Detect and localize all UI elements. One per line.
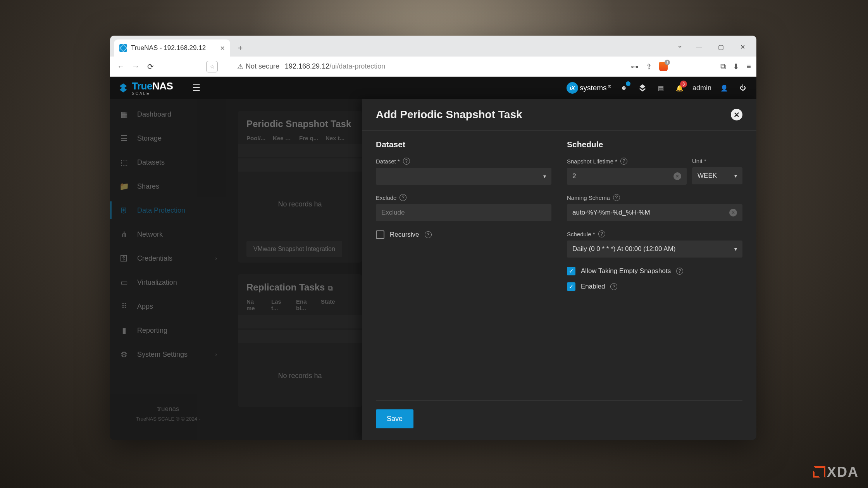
sidebar-item-data-protection[interactable]: ⛨Data Protection: [110, 198, 226, 222]
naming-schema-input[interactable]: auto-%Y-%m-%d_%H-%M✕: [567, 204, 742, 221]
enabled-checkbox[interactable]: [567, 282, 575, 291]
sidebar-item-network[interactable]: ⋔Network: [110, 222, 226, 246]
naming-schema-field: Naming Schema? auto-%Y-%m-%d_%H-%M✕: [567, 194, 742, 221]
sidebar: ▦Dashboard ☰Storage ⬚Datasets 📁Shares ⛨D…: [110, 99, 226, 440]
key-icon[interactable]: ⊶: [631, 62, 639, 71]
save-button[interactable]: Save: [376, 409, 413, 428]
allow-empty-checkbox[interactable]: [567, 267, 575, 275]
chevron-right-icon: ›: [215, 351, 217, 357]
external-link-icon[interactable]: ⧉: [328, 284, 333, 292]
reload-button[interactable]: ⟳: [145, 61, 156, 72]
clear-icon[interactable]: ✕: [729, 209, 737, 217]
empty-message: No records ha: [238, 173, 362, 235]
url-text: 192.168.29.12/ui/data-protection: [285, 62, 385, 70]
help-icon[interactable]: ?: [400, 194, 406, 201]
ixsystems-logo[interactable]: iX systems®: [567, 82, 611, 94]
recursive-label: Recursive: [390, 231, 419, 239]
sidebar-item-reporting[interactable]: ▮Reporting: [110, 318, 226, 342]
alerts-icon[interactable]: 🔔3: [674, 82, 685, 94]
add-snapshot-task-panel: Add Periodic Snapshot Task ✕ Dataset Dat…: [362, 99, 756, 440]
help-icon[interactable]: ?: [613, 194, 620, 201]
truenas-app: TrueNAS SCALE ☰ iX systems® ☻ ▤ 🔔3 admin…: [110, 77, 756, 440]
shield-badge: 1: [665, 60, 670, 65]
updates-icon[interactable]: [637, 82, 648, 94]
shield-icon[interactable]: 1: [659, 62, 668, 71]
help-icon[interactable]: ?: [620, 158, 627, 165]
lifetime-input[interactable]: 2✕: [567, 168, 687, 185]
address-bar[interactable]: ⚠ Not secure 192.168.29.12/ui/data-prote…: [222, 62, 627, 71]
maximize-button[interactable]: ▢: [711, 40, 731, 54]
exclude-input[interactable]: Exclude: [376, 204, 551, 221]
dashboard-icon: ▦: [119, 110, 129, 119]
sidebar-item-shares[interactable]: 📁Shares: [110, 174, 226, 198]
schedule-select[interactable]: Daily (0 0 * * *) At 00:00 (12:00 AM): [567, 241, 742, 258]
close-panel-button[interactable]: ✕: [731, 109, 742, 120]
chart-icon: ▮: [119, 326, 129, 335]
downloads-icon[interactable]: ⬇: [733, 62, 739, 71]
recursive-checkbox[interactable]: [376, 230, 384, 239]
tabs-dropdown-icon[interactable]: ⌄: [677, 41, 683, 50]
help-icon[interactable]: ?: [610, 283, 617, 290]
sidebar-item-dashboard[interactable]: ▦Dashboard: [110, 102, 226, 126]
datasets-icon: ⬚: [119, 158, 129, 167]
tasks-icon[interactable]: ▤: [655, 82, 667, 94]
status-icon[interactable]: ☻: [618, 82, 630, 94]
table-header: Pool/... Kee p... Fre q... Nex t...: [238, 135, 362, 144]
browser-window: TrueNAS - 192.168.29.12 × + ⌄ — ▢ ✕ ← → …: [110, 36, 756, 440]
clear-icon[interactable]: ✕: [673, 172, 681, 180]
tab-title: TrueNAS - 192.168.29.12: [131, 44, 206, 52]
close-window-button[interactable]: ✕: [732, 40, 753, 54]
back-button[interactable]: ←: [115, 61, 126, 72]
forward-button[interactable]: →: [130, 61, 141, 72]
app-body: ▦Dashboard ☰Storage ⬚Datasets 📁Shares ⛨D…: [110, 99, 756, 440]
sidebar-footer: truenas TrueNAS SCALE ® © 2024 -: [110, 405, 226, 422]
panel-title: Add Periodic Snapshot Task: [376, 108, 522, 121]
sidebar-item-storage[interactable]: ☰Storage: [110, 126, 226, 150]
truenas-logo[interactable]: TrueNAS SCALE: [118, 80, 173, 96]
copyright: TrueNAS SCALE ® © 2024 -: [110, 416, 226, 422]
sidebar-item-credentials[interactable]: ⚿Credentials›: [110, 246, 226, 270]
header-right: iX systems® ☻ ▤ 🔔3 admin 👤 ⏻: [567, 82, 749, 94]
warning-icon: ⚠: [237, 62, 243, 71]
window-controls: — ▢ ✕: [689, 40, 753, 54]
new-tab-button[interactable]: +: [233, 41, 247, 55]
extensions-icon[interactable]: ⧉: [720, 62, 726, 71]
browser-tab[interactable]: TrueNAS - 192.168.29.12 ×: [114, 40, 230, 57]
table-header: Na me Las t... Ena bl... State: [238, 298, 362, 315]
close-tab-icon[interactable]: ×: [220, 44, 225, 53]
dataset-select[interactable]: [376, 168, 551, 185]
section-heading: Dataset: [376, 140, 551, 149]
sidebar-item-apps[interactable]: ⠿Apps: [110, 294, 226, 318]
help-icon[interactable]: ?: [676, 268, 683, 275]
sidebar-item-system-settings[interactable]: ⚙System Settings›: [110, 342, 226, 366]
panel-footer: Save: [362, 400, 756, 440]
menu-icon[interactable]: ≡: [746, 62, 751, 71]
empty-message: No records ha: [238, 345, 362, 407]
allow-empty-checkbox-row: Allow Taking Empty Snapshots ?: [567, 267, 742, 275]
user-avatar-icon[interactable]: 👤: [718, 82, 730, 94]
network-icon: ⋔: [119, 230, 129, 239]
help-icon[interactable]: ?: [403, 158, 410, 165]
help-icon[interactable]: ?: [598, 230, 605, 237]
unit-select[interactable]: WEEK: [692, 167, 742, 184]
share-icon[interactable]: ⇪: [646, 62, 652, 71]
recursive-checkbox-row: Recursive ?: [376, 230, 551, 239]
replication-tasks-card: Replication Tasks⧉ Na me Las t... Ena bl…: [238, 274, 362, 407]
xda-logo-icon: [814, 466, 825, 478]
laptop-icon: ▭: [119, 278, 129, 287]
status-dot-icon: [626, 81, 630, 86]
card-title: Replication Tasks⧉: [238, 274, 362, 298]
bookmark-icon[interactable]: ☆: [206, 61, 218, 72]
security-indicator[interactable]: ⚠ Not secure: [237, 62, 279, 71]
minimize-button[interactable]: —: [689, 40, 709, 54]
card-title: Periodic Snapshot Task: [238, 111, 362, 135]
panel-header: Add Periodic Snapshot Task ✕: [362, 99, 756, 130]
xda-watermark: XDA: [813, 464, 859, 480]
sidebar-item-datasets[interactable]: ⬚Datasets: [110, 150, 226, 174]
sidebar-item-virtualization[interactable]: ▭Virtualization: [110, 270, 226, 294]
vmware-integration-button[interactable]: VMware Snapshot Integration: [246, 241, 342, 257]
help-icon[interactable]: ?: [425, 231, 432, 238]
periodic-snapshot-card: Periodic Snapshot Task Pool/... Kee p...…: [238, 111, 362, 263]
hamburger-icon[interactable]: ☰: [192, 82, 201, 93]
power-icon[interactable]: ⏻: [737, 82, 749, 94]
